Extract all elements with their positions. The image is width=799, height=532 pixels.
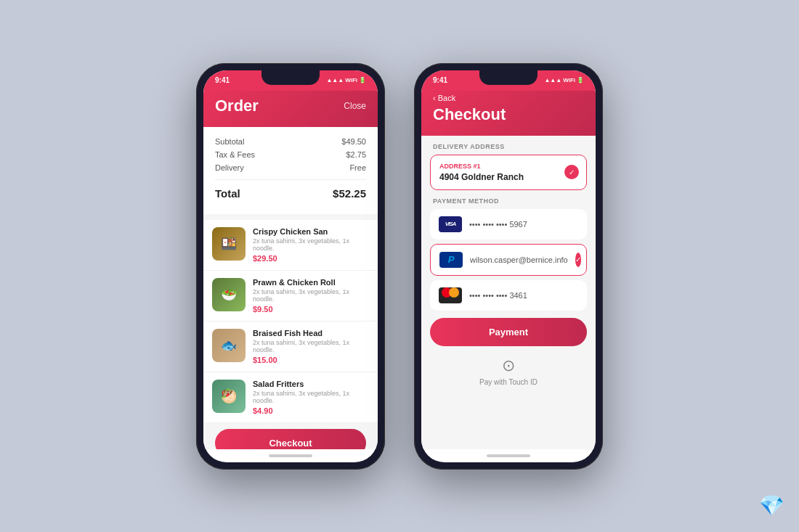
checkout-title: Checkout (433, 105, 584, 124)
back-button[interactable]: ‹ Back (433, 94, 584, 102)
mastercard-number: •••• •••• •••• 3461 (469, 291, 578, 300)
visa-icon: VISA (439, 216, 462, 232)
delivery-row: Delivery Free (215, 163, 366, 172)
subtotal-row: Subtotal $49.50 (215, 137, 366, 146)
paypal-icon: P (439, 252, 463, 268)
item-price-1: $29.50 (253, 254, 369, 263)
status-time-2: 9:41 (433, 76, 447, 84)
touch-id-label: Pay with Touch ID (479, 378, 538, 386)
total-value: $52.25 (333, 187, 366, 200)
item-name-4: Salad Fritters (253, 380, 369, 388)
list-item: 🐟 Braised Fish Head 2x tuna sahimi, 3x v… (203, 322, 378, 372)
item-name-1: Crispy Chicken San (253, 227, 369, 236)
item-desc-1: 2x tuna sahimi, 3x vegetables, 1x noodle… (253, 237, 369, 252)
back-label: Back (438, 94, 455, 102)
item-price-2: $9.50 (253, 305, 369, 314)
status-icons-1: ▲▲▲ WiFi 🔋 (326, 77, 366, 83)
item-info-4: Salad Fritters 2x tuna sahimi, 3x vegeta… (253, 380, 369, 415)
item-name-3: Braised Fish Head (253, 329, 369, 337)
item-price-3: $15.00 (253, 356, 369, 364)
visa-number: •••• •••• •••• 5967 (469, 220, 578, 229)
payment-section-label: PAYMENT METHOD (421, 190, 596, 209)
item-desc-4: 2x tuna sahimi, 3x vegetables, 1x noodle… (253, 390, 369, 404)
tax-label: Tax & Fees (215, 150, 255, 159)
home-indicator-2 (421, 449, 596, 462)
items-card: 🍱 Crispy Chicken San 2x tuna sahimi, 3x … (203, 220, 378, 423)
sketch-logo: 💎 (759, 494, 784, 517)
phone-order: 9:41 ▲▲▲ WiFi 🔋 Order Close Subtotal $49… (196, 63, 385, 470)
subtotal-label: Subtotal (215, 137, 244, 146)
mastercard-icon (439, 287, 462, 303)
paypal-email: wilson.casper@bernice.info (470, 255, 568, 264)
item-image-3: 🐟 (212, 329, 246, 362)
payment-button[interactable]: Payment (430, 318, 587, 346)
list-item: 🥗 Prawn & Chicken Roll 2x tuna sahimi, 3… (203, 271, 378, 322)
checkout-button[interactable]: Checkout (215, 429, 366, 449)
item-info-3: Braised Fish Head 2x tuna sahimi, 3x veg… (253, 329, 369, 364)
address-text: 4904 Goldner Ranch (439, 172, 577, 182)
item-image-2: 🥗 (212, 278, 246, 311)
list-item: 🥙 Salad Fritters 2x tuna sahimi, 3x vege… (203, 372, 378, 423)
item-desc-2: 2x tuna sahimi, 3x vegetables, 1x noodle… (253, 288, 369, 303)
close-button[interactable]: Close (344, 101, 366, 111)
summary-card: Subtotal $49.50 Tax & Fees $2.75 Deliver… (203, 127, 378, 214)
item-image-4: 🥙 (212, 380, 246, 413)
chevron-left-icon: ‹ (433, 94, 436, 102)
address-number-label: ADDRESS #1 (439, 163, 577, 170)
tax-value: $2.75 (346, 150, 366, 159)
touch-id-area[interactable]: ⊙ Pay with Touch ID (421, 351, 596, 389)
total-row: Total $52.25 (215, 179, 366, 200)
item-desc-3: 2x tuna sahimi, 3x vegetables, 1x noodle… (253, 339, 369, 353)
address-check-icon: ✓ (564, 165, 579, 179)
payment-card-paypal[interactable]: P wilson.casper@bernice.info ✓ (430, 244, 587, 276)
status-time-1: 9:41 (215, 76, 230, 84)
delivery-section-label: DELIVERY ADDRESS (421, 136, 596, 155)
payment-methods: VISA •••• •••• •••• 5967 P wilson.casper… (430, 209, 587, 311)
item-price-4: $4.90 (253, 406, 369, 415)
status-icons-2: ▲▲▲ WiFi 🔋 (544, 77, 584, 83)
order-title: Order (215, 97, 259, 115)
tax-row: Tax & Fees $2.75 (215, 150, 366, 159)
item-name-2: Prawn & Chicken Roll (253, 278, 369, 287)
phone-checkout: 9:41 ▲▲▲ WiFi 🔋 ‹ Back Checkout DELIVERY… (414, 63, 603, 470)
payment-card-visa[interactable]: VISA •••• •••• •••• 5967 (430, 209, 587, 240)
delivery-value: Free (349, 163, 366, 172)
item-info-2: Prawn & Chicken Roll 2x tuna sahimi, 3x … (253, 278, 369, 314)
payment-card-mastercard[interactable]: •••• •••• •••• 3461 (430, 280, 587, 311)
total-label: Total (215, 187, 240, 200)
subtotal-value: $49.50 (341, 137, 366, 146)
delivery-label: Delivery (215, 163, 244, 172)
item-info-1: Crispy Chicken San 2x tuna sahimi, 3x ve… (253, 227, 369, 263)
paypal-check-icon: ✓ (575, 253, 581, 267)
home-indicator-1 (203, 449, 378, 462)
address-card[interactable]: ADDRESS #1 4904 Goldner Ranch ✓ (430, 155, 587, 190)
item-image-1: 🍱 (212, 227, 246, 261)
touch-id-icon: ⊙ (502, 356, 515, 375)
list-item: 🍱 Crispy Chicken San 2x tuna sahimi, 3x … (203, 220, 378, 271)
